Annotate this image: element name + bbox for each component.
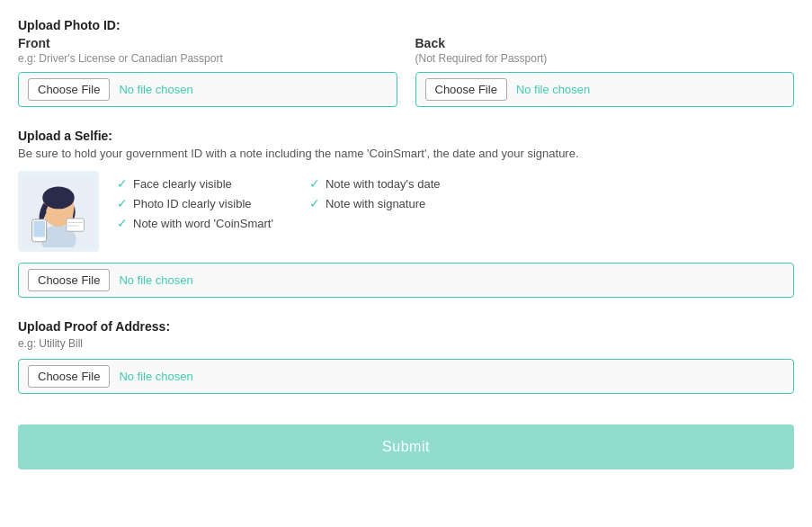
front-no-file-text: No file chosen <box>119 83 192 96</box>
check-item-face: ✓ Face clearly visible <box>117 176 273 191</box>
photo-id-columns: Front e.g: Driver's License or Canadian … <box>18 36 794 107</box>
proof-choose-file-button[interactable]: Choose File <box>28 365 110 388</box>
photo-id-section: Upload Photo ID: Front e.g: Driver's Lic… <box>18 18 794 107</box>
selfie-choose-file-button[interactable]: Choose File <box>28 269 110 291</box>
selfie-section: Upload a Selfie: Be sure to hold your go… <box>18 129 794 298</box>
selfie-no-file-text: No file chosen <box>119 273 192 287</box>
selfie-file-input-wrapper: Choose File No file chosen <box>18 263 794 298</box>
proof-of-address-section: Upload Proof of Address: e.g: Utility Bi… <box>18 319 794 394</box>
back-choose-file-button[interactable]: Choose File <box>425 78 507 101</box>
proof-no-file-text: No file chosen <box>119 370 192 383</box>
back-no-file-text: No file chosen <box>516 83 590 96</box>
selfie-description: Be sure to hold your government ID with … <box>18 147 794 160</box>
check-label-photoid: Photo ID clearly visible <box>133 197 252 210</box>
check-icon-face: ✓ <box>117 176 128 191</box>
front-sublabel: e.g: Driver's License or Canadian Passpo… <box>18 52 397 65</box>
check-icon-signature: ✓ <box>309 196 320 210</box>
selfie-illustration <box>18 171 99 252</box>
check-label-signature: Note with signature <box>326 197 425 210</box>
svg-rect-6 <box>33 221 44 237</box>
check-label-date: Note with today's date <box>326 177 441 191</box>
check-icon-photoid: ✓ <box>117 196 128 210</box>
checklist-right: ✓ Note with today's date ✓ Note with sig… <box>309 176 441 230</box>
selfie-requirements: ✓ Face clearly visible ✓ Photo ID clearl… <box>18 171 794 252</box>
check-icon-note-word: ✓ <box>117 216 128 230</box>
check-item-photoid: ✓ Photo ID clearly visible <box>117 196 273 210</box>
selfie-title: Upload a Selfie: <box>18 129 794 143</box>
check-label-note-word: Note with word 'CoinSmart' <box>133 217 273 230</box>
check-icon-date: ✓ <box>309 176 320 191</box>
check-item-date: ✓ Note with today's date <box>309 176 441 191</box>
check-item-signature: ✓ Note with signature <box>309 196 441 210</box>
selfie-checklist: ✓ Face clearly visible ✓ Photo ID clearl… <box>117 171 794 230</box>
photo-id-back-col: Back (Not Required for Passport) Choose … <box>415 36 795 107</box>
checklist-left: ✓ Face clearly visible ✓ Photo ID clearl… <box>117 176 273 230</box>
check-label-face: Face clearly visible <box>133 177 232 191</box>
proof-file-input-wrapper: Choose File No file chosen <box>18 359 794 394</box>
front-label: Front <box>18 36 397 50</box>
proof-of-address-sublabel: e.g: Utility Bill <box>18 337 794 350</box>
submit-button[interactable]: Submit <box>18 424 794 469</box>
back-file-input-wrapper: Choose File No file chosen <box>415 72 795 107</box>
photo-id-title: Upload Photo ID: <box>18 18 794 32</box>
check-item-note-word: ✓ Note with word 'CoinSmart' <box>117 216 273 230</box>
photo-id-front-col: Front e.g: Driver's License or Canadian … <box>18 36 397 107</box>
selfie-illustration-svg <box>22 175 94 247</box>
proof-of-address-title: Upload Proof of Address: <box>18 319 794 334</box>
back-label: Back <box>415 36 795 50</box>
front-choose-file-button[interactable]: Choose File <box>28 78 110 101</box>
back-sublabel: (Not Required for Passport) <box>415 52 795 65</box>
svg-rect-7 <box>67 219 85 231</box>
front-file-input-wrapper: Choose File No file chosen <box>18 72 397 107</box>
